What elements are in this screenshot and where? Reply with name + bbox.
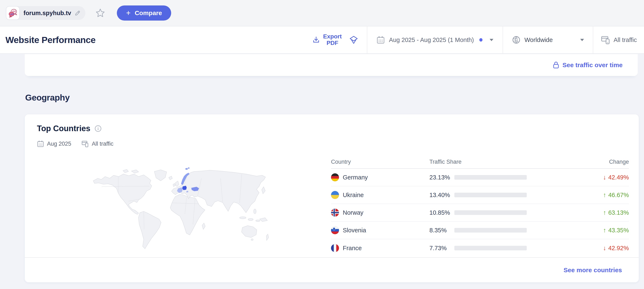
table-header: Country Traffic Share Change bbox=[331, 155, 629, 169]
change-arrow-icon: ↑ bbox=[603, 227, 606, 234]
traffic-share-value: 13.40% bbox=[430, 192, 454, 198]
export-pdf-label: ExportPDF bbox=[323, 33, 342, 46]
traffic-share-value: 8.35% bbox=[430, 227, 454, 234]
info-icon[interactable] bbox=[94, 125, 102, 132]
country-cell: Norway bbox=[331, 209, 430, 217]
map-south-america bbox=[138, 211, 161, 249]
page-header: Website Performance ExportPDF bbox=[0, 27, 644, 54]
map-greenland bbox=[154, 170, 167, 181]
country-name: Norway bbox=[343, 209, 363, 216]
notification-dot bbox=[479, 38, 482, 42]
map-country-si bbox=[186, 191, 188, 192]
card-traffic-label: All traffic bbox=[92, 141, 114, 147]
table-row: Germany 23.13% ↓ 42.49% bbox=[331, 169, 629, 186]
traffic-share-bar bbox=[454, 193, 527, 197]
table-row: Ukraine 13.40% ↑ 46.67% bbox=[331, 186, 629, 204]
globe-icon bbox=[512, 36, 521, 44]
traffic-share-cell: 13.40% bbox=[430, 192, 603, 198]
traffic-share-cell: 7.73% bbox=[430, 245, 603, 252]
traffic-filter-text: All traffic bbox=[614, 37, 637, 44]
map-country-de bbox=[182, 186, 187, 190]
country-cell: Germany bbox=[331, 173, 430, 181]
svg-text:VH: VH bbox=[10, 13, 14, 16]
country-cell: Slovenia bbox=[331, 226, 430, 234]
header-controls: ExportPDF Aug 2025 - Aug 2 bbox=[304, 27, 644, 53]
change-arrow-icon: ↓ bbox=[603, 174, 606, 181]
traffic-share-bar bbox=[454, 175, 527, 180]
chevron-down-icon bbox=[580, 39, 584, 41]
table-row: Norway 10.85% ↑ 63.13% bbox=[331, 204, 629, 222]
card-title: Top Countries bbox=[37, 124, 90, 133]
traffic-share-bar bbox=[454, 228, 527, 232]
card-date-label: Aug 2025 bbox=[47, 141, 71, 147]
site-favicon-art: TV VH bbox=[8, 8, 18, 18]
change-number: 43.35% bbox=[608, 227, 629, 234]
map-north-america bbox=[93, 174, 152, 214]
traffic-overview-card: See traffic over time bbox=[25, 54, 638, 76]
table-row: France 7.73% ↓ 42.92% bbox=[331, 239, 629, 257]
traffic-share-cell: 23.13% bbox=[430, 174, 603, 181]
chevron-down-icon bbox=[490, 39, 494, 41]
map-australia bbox=[242, 226, 257, 237]
top-countries-card: Top Countries Aug 2025 All traffic bbox=[25, 114, 639, 282]
change-number: 63.13% bbox=[608, 209, 629, 216]
change-arrow-icon: ↓ bbox=[603, 244, 606, 252]
date-range-selector[interactable]: Aug 2025 - Aug 2025 (1 Month) bbox=[367, 27, 502, 53]
country-flag bbox=[331, 226, 339, 234]
see-traffic-over-time-link[interactable]: See traffic over time bbox=[553, 61, 622, 69]
country-flag bbox=[331, 209, 339, 217]
date-range-text: Aug 2025 - Aug 2025 (1 Month) bbox=[389, 37, 474, 44]
country-cell: France bbox=[331, 244, 430, 252]
change-number: 42.49% bbox=[608, 174, 629, 181]
region-text: Worldwide bbox=[524, 37, 553, 44]
map-country-no bbox=[188, 167, 190, 169]
academy-icon[interactable] bbox=[349, 35, 358, 45]
top-bar: TV VH forum.spyhub.tv + Compare bbox=[0, 0, 644, 27]
map-africa bbox=[170, 194, 205, 235]
site-favicon: TV VH bbox=[6, 6, 20, 20]
region-selector[interactable]: Worldwide bbox=[503, 27, 593, 53]
compare-button[interactable]: + Compare bbox=[117, 6, 171, 21]
site-chip[interactable]: TV VH forum.spyhub.tv bbox=[6, 6, 86, 20]
map-country-no bbox=[185, 168, 188, 170]
change-value: ↑ 63.13% bbox=[603, 209, 629, 216]
favorite-star-icon[interactable] bbox=[96, 9, 105, 18]
country-flag bbox=[331, 244, 339, 252]
export-pdf-button[interactable]: ExportPDF bbox=[312, 33, 342, 46]
see-more-countries-link[interactable]: See more countries bbox=[564, 266, 622, 274]
plus-icon: + bbox=[126, 9, 130, 17]
traffic-share-bar bbox=[454, 246, 527, 250]
traffic-share-value: 10.85% bbox=[430, 209, 454, 216]
country-cell: Ukraine bbox=[331, 191, 430, 199]
edit-domain-icon[interactable] bbox=[74, 10, 81, 16]
page-title: Website Performance bbox=[6, 35, 96, 45]
column-header-traffic-share: Traffic Share bbox=[430, 159, 609, 165]
traffic-filter-selector[interactable]: All traffic bbox=[593, 27, 644, 53]
country-name: Germany bbox=[343, 174, 368, 181]
change-arrow-icon: ↑ bbox=[603, 191, 606, 198]
traffic-share-bar bbox=[454, 210, 527, 215]
traffic-share-value: 7.73% bbox=[430, 245, 454, 252]
change-arrow-icon: ↑ bbox=[603, 209, 606, 216]
calendar-icon bbox=[376, 36, 385, 44]
country-name: Ukraine bbox=[343, 192, 364, 198]
world-map[interactable] bbox=[87, 165, 272, 251]
change-value: ↑ 46.67% bbox=[603, 191, 629, 198]
devices-icon bbox=[82, 140, 89, 148]
change-number: 42.92% bbox=[608, 245, 629, 252]
country-flag bbox=[331, 173, 339, 181]
traffic-share-value: 23.13% bbox=[430, 174, 454, 181]
traffic-share-cell: 10.85% bbox=[430, 209, 603, 216]
column-header-country: Country bbox=[331, 159, 430, 165]
column-header-change: Change bbox=[609, 159, 629, 165]
devices-icon bbox=[601, 35, 610, 45]
country-name: Slovenia bbox=[343, 227, 366, 234]
change-number: 46.67% bbox=[608, 192, 629, 198]
top-countries-table: Country Traffic Share Change Germany 23.… bbox=[331, 155, 629, 257]
country-name: France bbox=[343, 245, 362, 252]
countries-table-body: Germany 23.13% ↓ 42.49% Ukraine 13.40% ↑… bbox=[331, 169, 629, 257]
traffic-share-cell: 8.35% bbox=[430, 227, 603, 234]
change-value: ↑ 43.35% bbox=[603, 227, 629, 234]
country-flag bbox=[331, 191, 339, 199]
change-value: ↓ 42.92% bbox=[603, 244, 629, 252]
